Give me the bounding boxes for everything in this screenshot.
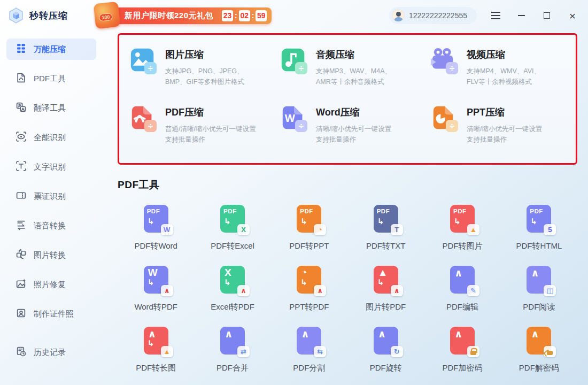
- audio-compress-icon: ÷: [280, 47, 308, 78]
- tile-glyph: PDF: [223, 208, 237, 214]
- tile-badge-text: ∧: [161, 285, 173, 296]
- pdf-tools-grid: PDF↳WPDF转WordPDF↳XPDF转ExcelPDF↳◔PDF转PPTP…: [118, 201, 577, 373]
- feature-card-video-compress[interactable]: ÷视频压缩支持MP4、WMV、AVI、 FLV等十余种视频格式: [423, 41, 574, 99]
- tile-badge-text: ∧: [391, 285, 403, 296]
- svg-text:W: W: [285, 112, 296, 124]
- pdf-compress-icon: ÷: [129, 104, 158, 135]
- app-title: 秒转压缩: [29, 10, 68, 22]
- titlebar: 秒转压缩 100 新用户限时领220元礼包 23 : 02 : 59 12222…: [0, 0, 588, 31]
- sidebar-item-photo-repair[interactable]: 照片修复: [6, 274, 96, 295]
- countdown-separator: :: [252, 11, 254, 20]
- image-convert-icon: [16, 249, 27, 261]
- sidebar-item-image-convert[interactable]: 图片转换: [6, 244, 96, 266]
- app-window: 秒转压缩 100 新用户限时领220元礼包 23 : 02 : 59 12222…: [0, 0, 588, 385]
- pdf-to-long-image-icon: ∧↳▲: [144, 327, 168, 355]
- tool-pdf-to-html[interactable]: PDF↳5PDF转HTML: [501, 201, 577, 251]
- close-icon[interactable]: ×: [566, 9, 579, 22]
- maximize-icon[interactable]: [540, 9, 554, 22]
- promo-text: 新用户限时领220元礼包: [125, 11, 213, 21]
- tool-excel-to-pdf[interactable]: X↳∧Excel转PDF: [194, 261, 270, 312]
- tool-pdf-to-image[interactable]: PDF↳▲PDF转图片: [424, 201, 500, 251]
- sidebar-item-universal-compress[interactable]: 万能压缩: [6, 38, 96, 60]
- sidebar-item-label: 翻译工具: [34, 103, 66, 113]
- feature-card-word-compress[interactable]: W÷Word压缩清晰/缩小优先可一键设置 支持批量操作: [272, 99, 423, 157]
- countdown-minutes: 02: [239, 10, 250, 21]
- tile-badge-text: T: [391, 224, 403, 235]
- tool-pdf-merge[interactable]: ∧⇄PDF合并: [194, 322, 270, 373]
- svg-text:÷: ÷: [148, 120, 153, 131]
- minimize-icon[interactable]: [514, 9, 528, 22]
- tool-image-to-pdf[interactable]: ▲↳∧图片转PDF: [347, 261, 424, 312]
- svg-text:÷: ÷: [299, 120, 304, 131]
- tile-glyph: X: [225, 267, 231, 279]
- convert-arrow-icon: ↳: [454, 217, 461, 226]
- feature-card-audio-compress[interactable]: ÷音频压缩支持MP3、WAV、M4A、 AMR等十余种音频格式: [272, 41, 423, 99]
- tool-label: PDF阅读: [523, 302, 555, 312]
- menu-icon[interactable]: [489, 9, 502, 22]
- tool-pdf-to-word[interactable]: PDF↳WPDF转Word: [118, 201, 194, 251]
- tool-label: PPT转PDF: [289, 302, 329, 312]
- sidebar-item-translate-tools[interactable]: 翻译工具: [6, 97, 96, 119]
- tool-ppt-to-pdf[interactable]: ◔↳∧PPT转PDF: [271, 261, 347, 312]
- user-name: 12222222222555: [409, 11, 467, 20]
- tile-glyph: PDF: [377, 208, 390, 214]
- tile-badge-text: ◫: [544, 285, 556, 296]
- text-scan-icon: [16, 160, 27, 173]
- sidebar-item-id-photo[interactable]: 制作证件照: [6, 303, 96, 325]
- tool-pdf-edit[interactable]: ∧✎PDF编辑: [424, 261, 500, 312]
- tool-pdf-to-excel[interactable]: PDF↳XPDF转Excel: [194, 201, 270, 251]
- tile-glyph: ∧: [301, 328, 310, 340]
- feature-card-desc: 普通/清晰/缩小优先可一键设置 支持批量操作: [165, 124, 256, 145]
- tool-pdf-to-txt[interactable]: PDF↳TPDF转TXT: [347, 201, 424, 251]
- history-icon: [16, 346, 27, 359]
- user-account-button[interactable]: 12222222222555: [389, 7, 477, 24]
- sidebar-item-pdf-tools[interactable]: PDF工具: [6, 68, 96, 89]
- unlock-icon: [547, 351, 553, 355]
- tile-glyph: PDF: [453, 208, 467, 214]
- tool-pdf-to-ppt[interactable]: PDF↳◔PDF转PPT: [271, 201, 347, 251]
- sidebar-item-ocr-text[interactable]: 文字识别: [6, 156, 96, 178]
- pdf-tools-heading: PDF工具: [118, 178, 577, 192]
- tool-pdf-read[interactable]: ∧◫PDF阅读: [501, 261, 577, 312]
- feature-card-image-compress[interactable]: ÷图片压缩支持JPG、PNG、JPEG、 BMP、GIF等多种图片格式: [121, 41, 272, 99]
- tool-label: PDF转PPT: [289, 241, 329, 251]
- video-compress-icon: ÷: [430, 47, 459, 78]
- feature-card-ppt-compress[interactable]: ÷PPT压缩清晰/缩小优先可一键设置 支持批量操作: [423, 99, 574, 157]
- tool-pdf-decrypt[interactable]: ∧PDF解密码: [501, 322, 577, 373]
- pdf-to-excel-icon: PDF↳X: [220, 205, 245, 233]
- pdf-to-txt-icon: PDF↳T: [374, 205, 398, 233]
- tile-glyph: ▲: [378, 267, 388, 279]
- tool-label: PDF转Excel: [211, 241, 254, 251]
- countdown-separator: :: [235, 11, 237, 20]
- pdf-icon: [16, 72, 27, 85]
- tile-glyph: W: [148, 267, 158, 279]
- tile-badge-unlock: [544, 346, 556, 357]
- user-avatar: [392, 9, 405, 22]
- tile-glyph: ∧: [531, 267, 539, 279]
- svg-text:÷: ÷: [148, 63, 153, 73]
- convert-arrow-icon: ↳: [300, 217, 307, 226]
- tile-badge-text: ◔: [314, 224, 326, 235]
- tile-badge-text: ⇆: [314, 346, 326, 357]
- tool-pdf-rotate[interactable]: ∧↻PDF旋转: [347, 322, 424, 373]
- tool-label: PDF转HTML: [516, 241, 562, 251]
- tool-word-to-pdf[interactable]: W↳∧Word转PDF: [118, 261, 194, 312]
- sidebar-item-label: 历史记录: [34, 348, 66, 358]
- convert-arrow-icon: ↳: [377, 217, 384, 226]
- ppt-to-pdf-icon: ◔↳∧: [297, 266, 321, 294]
- sidebar-item-voice-convert[interactable]: 语音转换: [6, 215, 96, 236]
- feature-card-desc: 支持JPG、PNG、JPEG、 BMP、GIF等多种图片格式: [165, 66, 244, 87]
- promo-banner[interactable]: 100 新用户限时领220元礼包 23 : 02 : 59: [97, 7, 272, 24]
- tile-badge-lock: [467, 346, 479, 357]
- sidebar-item-label: 全能识别: [34, 133, 66, 143]
- tool-pdf-split[interactable]: ∧⇆PDF分割: [271, 322, 347, 373]
- sidebar-item-label: 万能压缩: [34, 44, 66, 55]
- sidebar-item-ocr-all[interactable]: 全能识别: [6, 127, 96, 148]
- feature-card-pdf-compress[interactable]: ÷PDF压缩普通/清晰/缩小优先可一键设置 支持批量操作: [121, 99, 272, 157]
- pdf-split-icon: ∧⇆: [297, 327, 321, 355]
- pdf-decrypt-icon: ∧: [527, 327, 551, 355]
- sidebar-item-history[interactable]: 历史记录: [6, 342, 96, 363]
- tool-pdf-to-long-image[interactable]: ∧↳▲PDF转长图: [118, 322, 194, 373]
- tool-pdf-encrypt[interactable]: ∧PDF加密码: [424, 322, 500, 373]
- sidebar-item-ocr-ticket[interactable]: 票证识别: [6, 186, 96, 207]
